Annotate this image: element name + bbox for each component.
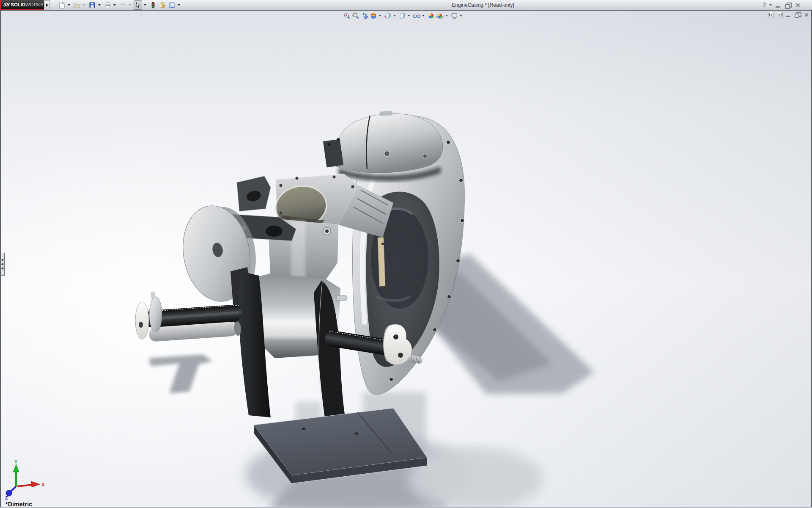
z-axis-label: Z <box>5 495 8 500</box>
help-menu-dropdown[interactable] <box>769 4 772 6</box>
help-button[interactable]: ? <box>763 2 766 8</box>
headsup-view-toolbar <box>343 11 464 20</box>
edit-appearance-button[interactable] <box>427 11 435 20</box>
reference-triad: Y X Z <box>2 460 48 500</box>
view-orientation-icon <box>384 12 392 19</box>
save-button[interactable] <box>88 0 96 10</box>
previous-pane-button[interactable] <box>768 12 774 17</box>
file-properties-button[interactable] <box>158 0 167 10</box>
document-restore-button[interactable] <box>795 12 801 17</box>
previous-view-button[interactable] <box>360 11 369 20</box>
rebuild-button[interactable] <box>149 0 157 10</box>
open-icon <box>74 2 80 8</box>
section-view-button[interactable] <box>369 11 378 20</box>
collapse-arrow-icon <box>1 263 3 265</box>
open-button[interactable] <box>73 0 81 10</box>
window-controls: ? ✕ <box>763 0 801 10</box>
engine-casing-model[interactable] <box>0 11 812 508</box>
next-pane-button[interactable] <box>777 12 783 17</box>
solidworks-menu-logo[interactable]: 3S SOLIDWORKS <box>0 0 44 10</box>
display-style-button[interactable] <box>398 11 406 20</box>
undo-dropdown[interactable] <box>128 0 132 10</box>
edit-appearance-icon <box>428 12 435 19</box>
hide-show-items-button[interactable] <box>412 11 421 20</box>
print-dropdown[interactable] <box>112 0 116 10</box>
undo-icon <box>119 2 126 8</box>
open-dropdown[interactable] <box>82 0 86 10</box>
new-document-dropdown[interactable] <box>67 0 71 10</box>
display-style-dropdown[interactable] <box>407 11 411 20</box>
close-button[interactable]: ✕ <box>795 3 801 8</box>
print-icon <box>104 2 111 8</box>
select-button[interactable] <box>134 0 142 10</box>
save-dropdown[interactable] <box>97 0 101 10</box>
file-properties-icon <box>159 2 166 8</box>
brand-text-light: WORKS <box>25 2 44 7</box>
viewport-left-border <box>0 11 1 508</box>
options-dropdown[interactable] <box>177 0 181 10</box>
options-button[interactable] <box>167 0 176 10</box>
apply-scene-icon <box>436 12 444 19</box>
apply-scene-dropdown[interactable] <box>444 11 448 20</box>
hide-show-items-glasses-icon <box>413 12 420 19</box>
options-checklist-icon <box>168 2 175 8</box>
section-view-dropdown[interactable] <box>378 11 382 20</box>
rebuild-traffic-light-icon <box>150 2 156 8</box>
minimize-button[interactable] <box>775 3 782 8</box>
restore-button[interactable] <box>785 3 791 8</box>
zoom-to-fit-button[interactable] <box>343 11 351 20</box>
view-settings-button[interactable] <box>450 11 458 20</box>
document-window-controls: ✕ <box>768 12 809 17</box>
print-button[interactable] <box>103 0 112 10</box>
menu-expand-button[interactable] <box>44 0 50 9</box>
undo-button[interactable] <box>118 0 127 10</box>
window-title: EngineCasing * [Read-only] <box>431 0 535 10</box>
zoom-to-fit-icon <box>343 12 351 19</box>
display-style-icon <box>399 12 406 19</box>
new-document-icon <box>58 2 65 8</box>
zoom-to-area-button[interactable] <box>351 11 360 20</box>
x-axis-label: X <box>41 482 45 487</box>
y-axis-arrow <box>13 464 19 472</box>
standard-toolbar <box>58 0 182 10</box>
collapse-arrow-icon <box>1 267 3 270</box>
title-bar: 3S SOLIDWORKS <box>0 0 812 10</box>
view-settings-dropdown[interactable] <box>459 11 463 20</box>
document-close-button[interactable]: ✕ <box>804 12 809 17</box>
dassault-logo-icon: 3S <box>3 2 11 8</box>
zoom-to-area-icon <box>352 12 359 19</box>
previous-view-icon <box>361 12 368 19</box>
view-orientation-button[interactable] <box>384 11 392 20</box>
apply-scene-button[interactable] <box>436 11 444 20</box>
hide-show-items-dropdown[interactable] <box>421 11 425 20</box>
brand-text-bold: SOLID <box>11 2 26 7</box>
section-view-icon <box>370 12 377 19</box>
save-icon <box>89 2 96 8</box>
crankcase <box>239 271 347 424</box>
select-dropdown[interactable] <box>143 0 147 10</box>
x-axis-arrow <box>31 481 40 487</box>
new-document-button[interactable] <box>58 0 66 10</box>
document-minimize-button[interactable] <box>786 12 792 17</box>
view-settings-icon <box>451 12 458 19</box>
y-axis-label: Y <box>14 460 18 464</box>
graphics-area[interactable]: ✕ Y X Z *Dimetric <box>0 10 812 508</box>
view-orientation-dropdown[interactable] <box>392 11 396 20</box>
solidworks-window: 3S SOLIDWORKS <box>0 0 812 508</box>
select-cursor-icon <box>134 2 141 8</box>
collapse-arrow-icon <box>1 259 3 261</box>
